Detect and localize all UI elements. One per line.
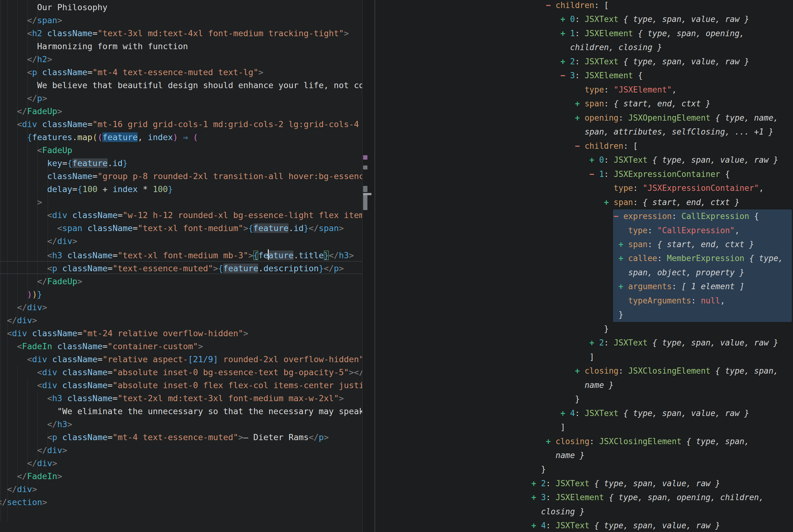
ast-line[interactable]: + 4: JSXText { type, span, value, raw } bbox=[531, 406, 783, 420]
code-line[interactable]: <p className="mt-4 text-essence-muted">—… bbox=[0, 431, 362, 444]
code-line[interactable]: </div> bbox=[0, 444, 362, 457]
expand-toggle-icon[interactable]: + bbox=[531, 240, 628, 249]
ast-line[interactable]: type: "CallExpression", bbox=[531, 224, 783, 238]
expand-toggle-icon[interactable]: + bbox=[531, 99, 584, 108]
ast-line[interactable]: + callee: MemberExpression { type, bbox=[531, 251, 783, 265]
collapse-toggle-icon[interactable]: − bbox=[531, 71, 570, 80]
code-line[interactable]: <div className="w-12 h-12 rounded-xl bg-… bbox=[0, 209, 362, 222]
ast-line[interactable]: + 0: JSXText { type, span, value, raw } bbox=[531, 153, 783, 167]
ast-line[interactable]: children, closing } bbox=[531, 40, 783, 54]
collapse-toggle-icon[interactable]: − bbox=[531, 170, 599, 179]
ast-tree-pane[interactable]: − children: [ + 0: JSXText { type, span,… bbox=[375, 0, 793, 532]
code-line[interactable]: </h2> bbox=[0, 53, 362, 66]
code-line[interactable]: <div className="absolute inset-0 flex fl… bbox=[0, 379, 362, 392]
expand-toggle-icon[interactable]: + bbox=[531, 282, 628, 291]
code-line[interactable]: </div> bbox=[0, 483, 362, 496]
expand-toggle-icon[interactable]: + bbox=[531, 198, 614, 207]
ast-line[interactable]: name } bbox=[531, 449, 783, 462]
ast-line[interactable]: − children: [ bbox=[531, 139, 783, 153]
expand-toggle-icon[interactable]: + bbox=[531, 254, 628, 263]
code-line[interactable]: Our Philosophy bbox=[0, 1, 362, 14]
code-line[interactable]: </div> bbox=[0, 314, 362, 327]
collapse-toggle-icon[interactable]: − bbox=[531, 141, 584, 151]
ast-line[interactable]: + span: { start, end, ctxt } bbox=[531, 238, 783, 251]
expand-toggle-icon[interactable]: + bbox=[531, 113, 584, 122]
code-line[interactable]: </FadeIn> bbox=[0, 470, 362, 483]
ast-line[interactable]: name } bbox=[531, 378, 783, 392]
expand-toggle-icon[interactable]: + bbox=[531, 15, 570, 24]
code-line[interactable]: <p className="mt-4 text-essence-muted te… bbox=[0, 66, 362, 79]
ast-line[interactable]: + arguments: [ 1 element ] bbox=[531, 280, 783, 293]
code-editor-pane[interactable]: Our Philosophy </span> <h2 className="te… bbox=[0, 0, 362, 532]
ast-line[interactable]: − expression: CallExpression { bbox=[531, 209, 783, 223]
code-line[interactable]: "We eliminate the unnecessary so that th… bbox=[0, 405, 362, 418]
ast-line[interactable]: type: "JSXElement", bbox=[531, 83, 783, 97]
expand-toggle-icon[interactable]: + bbox=[531, 493, 541, 502]
code-line[interactable]: {features.map((feature, index) ⇒ ( bbox=[0, 131, 362, 144]
code-line[interactable]: </span> bbox=[0, 14, 362, 27]
ast-line[interactable]: + opening: JSXOpeningElement { type, nam… bbox=[531, 111, 783, 125]
code-line[interactable]: <FadeIn className="container-custom"> bbox=[0, 340, 362, 353]
expand-toggle-icon[interactable]: + bbox=[531, 338, 599, 347]
expand-toggle-icon[interactable]: + bbox=[531, 29, 570, 38]
ast-line[interactable]: + span: { start, end, ctxt } bbox=[531, 195, 783, 209]
code-line[interactable]: delay={100 + index * 100} bbox=[0, 183, 362, 196]
ast-line[interactable]: − 1: JSXExpressionContainer { bbox=[531, 167, 783, 181]
ast-line[interactable]: typeArguments: null, bbox=[531, 294, 783, 308]
code-line[interactable]: </p> bbox=[0, 92, 362, 105]
expand-toggle-icon[interactable]: + bbox=[531, 479, 541, 488]
ast-line[interactable]: } bbox=[531, 392, 783, 406]
ast-line[interactable]: span, attributes, selfClosing, ... +1 } bbox=[531, 125, 783, 139]
code-line[interactable]: <FadeUp bbox=[0, 144, 362, 157]
collapse-toggle-icon[interactable]: − bbox=[531, 1, 556, 10]
code-line[interactable]: <div className="absolute inset-0 bg-esse… bbox=[0, 366, 362, 379]
expand-toggle-icon[interactable]: + bbox=[531, 437, 556, 446]
ast-line[interactable]: + 2: JSXText { type, span, value, raw } bbox=[531, 336, 783, 350]
ast-line[interactable]: + 2: JSXText { type, span, value, raw } bbox=[531, 55, 783, 69]
code-line[interactable]: > bbox=[0, 196, 362, 209]
code-line[interactable]: <p className="text-essence-muted">{featu… bbox=[0, 262, 362, 275]
code-line[interactable]: key={feature.id} bbox=[0, 157, 362, 170]
code-line[interactable]: We believe that beautiful design should … bbox=[0, 79, 362, 92]
ast-line[interactable]: type: "JSXExpressionContainer", bbox=[531, 181, 783, 195]
code-line[interactable]: className="group p-8 rounded-2xl transit… bbox=[0, 170, 362, 183]
code-line[interactable]: <h2 className="text-3xl md:text-4xl font… bbox=[0, 27, 362, 40]
code-line[interactable]: </div> bbox=[0, 301, 362, 314]
code-line[interactable]: Harmonizing form with function bbox=[0, 40, 362, 53]
ast-line[interactable]: + 0: JSXText { type, span, value, raw } bbox=[531, 12, 783, 26]
expand-toggle-icon[interactable]: + bbox=[531, 366, 584, 376]
ast-line[interactable]: } bbox=[531, 462, 783, 476]
code-line[interactable]: <h3 className="text-2xl md:text-3xl font… bbox=[0, 392, 362, 405]
ast-line[interactable]: + span: { start, end, ctxt } bbox=[531, 97, 783, 111]
editor-code[interactable]: Our Philosophy </span> <h2 className="te… bbox=[0, 1, 362, 509]
code-line[interactable]: <div className="relative aspect-[21/9] r… bbox=[0, 353, 362, 366]
ast-line[interactable]: ] bbox=[531, 350, 783, 364]
ast-line[interactable]: closing } bbox=[531, 505, 783, 519]
editor-scrollbar-gutter[interactable] bbox=[363, 0, 374, 532]
ast-line[interactable]: span, object, property } bbox=[531, 266, 783, 280]
ast-line[interactable]: + 1: JSXElement { type, span, opening, bbox=[531, 26, 783, 40]
code-line[interactable]: <div className="mt-16 grid grid-cols-1 m… bbox=[0, 118, 362, 131]
ast-line[interactable]: − 3: JSXElement { bbox=[531, 69, 783, 82]
ast-line[interactable]: + 3: JSXElement { type, span, opening, c… bbox=[531, 491, 783, 505]
ast-line[interactable]: } bbox=[531, 308, 783, 322]
ast-tree[interactable]: − children: [ + 0: JSXText { type, span,… bbox=[531, 0, 783, 532]
ast-line[interactable]: + closing: JSXClosingElement { type, spa… bbox=[531, 364, 783, 378]
code-line[interactable]: <div className="mt-24 relative overflow-… bbox=[0, 327, 362, 340]
ast-line[interactable]: − children: [ bbox=[531, 0, 783, 12]
code-line[interactable]: ))} bbox=[0, 288, 362, 301]
ast-line[interactable]: + closing: JSXClosingElement { type, spa… bbox=[531, 435, 783, 449]
code-line[interactable]: </section> bbox=[0, 496, 362, 509]
collapse-toggle-icon[interactable]: − bbox=[531, 212, 623, 221]
code-line[interactable]: </FadeUp> bbox=[0, 275, 362, 288]
code-line[interactable]: </h3> bbox=[0, 418, 362, 431]
ast-line[interactable]: + 2: JSXText { type, span, value, raw } bbox=[531, 477, 783, 491]
expand-toggle-icon[interactable]: + bbox=[531, 408, 570, 418]
expand-toggle-icon[interactable]: + bbox=[531, 155, 599, 165]
code-line[interactable]: </div> bbox=[0, 457, 362, 470]
ast-line[interactable]: + 4: JSXText { type, span, value, raw } bbox=[531, 519, 783, 532]
ast-line[interactable]: } bbox=[531, 322, 783, 336]
code-line[interactable]: </FadeUp> bbox=[0, 105, 362, 118]
expand-toggle-icon[interactable]: + bbox=[531, 521, 541, 530]
expand-toggle-icon[interactable]: + bbox=[531, 57, 570, 66]
